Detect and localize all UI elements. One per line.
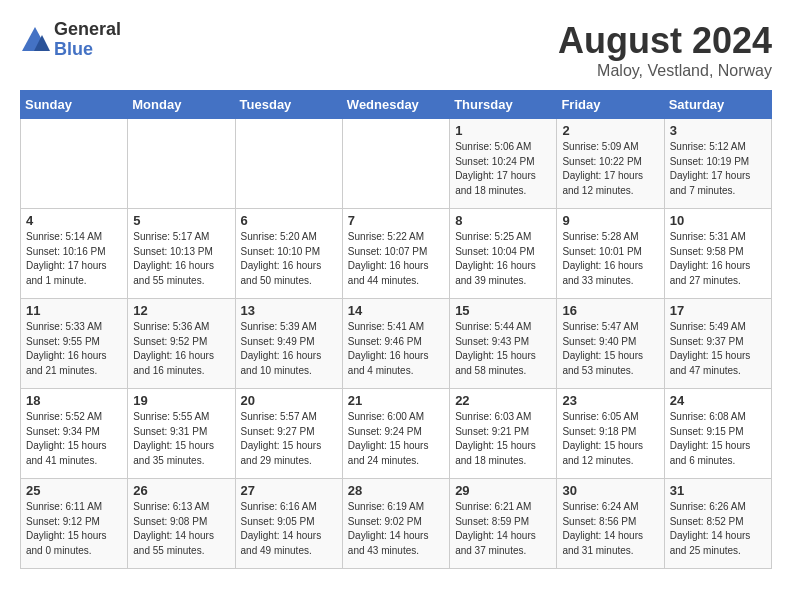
calendar-cell: 14Sunrise: 5:41 AM Sunset: 9:46 PM Dayli…	[342, 299, 449, 389]
calendar-cell: 2Sunrise: 5:09 AM Sunset: 10:22 PM Dayli…	[557, 119, 664, 209]
calendar-cell: 8Sunrise: 5:25 AM Sunset: 10:04 PM Dayli…	[450, 209, 557, 299]
day-number: 9	[562, 213, 658, 228]
logo-blue-text: Blue	[54, 40, 121, 60]
calendar-cell: 27Sunrise: 6:16 AM Sunset: 9:05 PM Dayli…	[235, 479, 342, 569]
day-detail: Sunrise: 6:05 AM Sunset: 9:18 PM Dayligh…	[562, 410, 658, 468]
calendar-cell	[235, 119, 342, 209]
calendar-cell: 3Sunrise: 5:12 AM Sunset: 10:19 PM Dayli…	[664, 119, 771, 209]
calendar-cell: 22Sunrise: 6:03 AM Sunset: 9:21 PM Dayli…	[450, 389, 557, 479]
day-detail: Sunrise: 6:13 AM Sunset: 9:08 PM Dayligh…	[133, 500, 229, 558]
calendar-cell: 7Sunrise: 5:22 AM Sunset: 10:07 PM Dayli…	[342, 209, 449, 299]
day-detail: Sunrise: 5:47 AM Sunset: 9:40 PM Dayligh…	[562, 320, 658, 378]
day-detail: Sunrise: 5:22 AM Sunset: 10:07 PM Daylig…	[348, 230, 444, 288]
day-detail: Sunrise: 5:12 AM Sunset: 10:19 PM Daylig…	[670, 140, 766, 198]
day-number: 5	[133, 213, 229, 228]
month-title: August 2024	[558, 20, 772, 62]
day-detail: Sunrise: 5:33 AM Sunset: 9:55 PM Dayligh…	[26, 320, 122, 378]
calendar-cell: 16Sunrise: 5:47 AM Sunset: 9:40 PM Dayli…	[557, 299, 664, 389]
day-number: 30	[562, 483, 658, 498]
calendar-cell: 19Sunrise: 5:55 AM Sunset: 9:31 PM Dayli…	[128, 389, 235, 479]
day-number: 11	[26, 303, 122, 318]
calendar-cell: 20Sunrise: 5:57 AM Sunset: 9:27 PM Dayli…	[235, 389, 342, 479]
day-detail: Sunrise: 6:19 AM Sunset: 9:02 PM Dayligh…	[348, 500, 444, 558]
day-detail: Sunrise: 6:26 AM Sunset: 8:52 PM Dayligh…	[670, 500, 766, 558]
day-detail: Sunrise: 5:52 AM Sunset: 9:34 PM Dayligh…	[26, 410, 122, 468]
calendar-cell: 11Sunrise: 5:33 AM Sunset: 9:55 PM Dayli…	[21, 299, 128, 389]
day-detail: Sunrise: 5:41 AM Sunset: 9:46 PM Dayligh…	[348, 320, 444, 378]
week-row-3: 11Sunrise: 5:33 AM Sunset: 9:55 PM Dayli…	[21, 299, 772, 389]
day-detail: Sunrise: 5:44 AM Sunset: 9:43 PM Dayligh…	[455, 320, 551, 378]
day-number: 2	[562, 123, 658, 138]
day-detail: Sunrise: 5:28 AM Sunset: 10:01 PM Daylig…	[562, 230, 658, 288]
weekday-header-wednesday: Wednesday	[342, 91, 449, 119]
day-number: 28	[348, 483, 444, 498]
day-number: 23	[562, 393, 658, 408]
day-number: 7	[348, 213, 444, 228]
day-number: 17	[670, 303, 766, 318]
day-detail: Sunrise: 6:21 AM Sunset: 8:59 PM Dayligh…	[455, 500, 551, 558]
calendar-cell: 24Sunrise: 6:08 AM Sunset: 9:15 PM Dayli…	[664, 389, 771, 479]
day-detail: Sunrise: 5:49 AM Sunset: 9:37 PM Dayligh…	[670, 320, 766, 378]
weekday-header-thursday: Thursday	[450, 91, 557, 119]
calendar-cell: 12Sunrise: 5:36 AM Sunset: 9:52 PM Dayli…	[128, 299, 235, 389]
day-detail: Sunrise: 5:20 AM Sunset: 10:10 PM Daylig…	[241, 230, 337, 288]
calendar-cell: 5Sunrise: 5:17 AM Sunset: 10:13 PM Dayli…	[128, 209, 235, 299]
week-row-2: 4Sunrise: 5:14 AM Sunset: 10:16 PM Dayli…	[21, 209, 772, 299]
calendar-cell: 23Sunrise: 6:05 AM Sunset: 9:18 PM Dayli…	[557, 389, 664, 479]
location-title: Maloy, Vestland, Norway	[558, 62, 772, 80]
day-detail: Sunrise: 5:17 AM Sunset: 10:13 PM Daylig…	[133, 230, 229, 288]
weekday-header-sunday: Sunday	[21, 91, 128, 119]
day-detail: Sunrise: 5:57 AM Sunset: 9:27 PM Dayligh…	[241, 410, 337, 468]
calendar-cell	[128, 119, 235, 209]
day-detail: Sunrise: 6:16 AM Sunset: 9:05 PM Dayligh…	[241, 500, 337, 558]
weekday-header-saturday: Saturday	[664, 91, 771, 119]
day-number: 3	[670, 123, 766, 138]
day-detail: Sunrise: 6:00 AM Sunset: 9:24 PM Dayligh…	[348, 410, 444, 468]
calendar-cell: 13Sunrise: 5:39 AM Sunset: 9:49 PM Dayli…	[235, 299, 342, 389]
calendar-cell: 9Sunrise: 5:28 AM Sunset: 10:01 PM Dayli…	[557, 209, 664, 299]
weekday-header-friday: Friday	[557, 91, 664, 119]
title-area: August 2024 Maloy, Vestland, Norway	[558, 20, 772, 80]
weekday-header-tuesday: Tuesday	[235, 91, 342, 119]
calendar-cell	[342, 119, 449, 209]
calendar-cell: 28Sunrise: 6:19 AM Sunset: 9:02 PM Dayli…	[342, 479, 449, 569]
day-detail: Sunrise: 6:03 AM Sunset: 9:21 PM Dayligh…	[455, 410, 551, 468]
day-number: 10	[670, 213, 766, 228]
calendar-table: SundayMondayTuesdayWednesdayThursdayFrid…	[20, 90, 772, 569]
calendar-cell: 18Sunrise: 5:52 AM Sunset: 9:34 PM Dayli…	[21, 389, 128, 479]
header: General Blue August 2024 Maloy, Vestland…	[20, 20, 772, 80]
day-detail: Sunrise: 5:06 AM Sunset: 10:24 PM Daylig…	[455, 140, 551, 198]
day-detail: Sunrise: 5:25 AM Sunset: 10:04 PM Daylig…	[455, 230, 551, 288]
calendar-cell: 17Sunrise: 5:49 AM Sunset: 9:37 PM Dayli…	[664, 299, 771, 389]
calendar-cell: 10Sunrise: 5:31 AM Sunset: 9:58 PM Dayli…	[664, 209, 771, 299]
calendar-cell: 15Sunrise: 5:44 AM Sunset: 9:43 PM Dayli…	[450, 299, 557, 389]
day-number: 12	[133, 303, 229, 318]
calendar-cell	[21, 119, 128, 209]
day-number: 18	[26, 393, 122, 408]
day-detail: Sunrise: 6:24 AM Sunset: 8:56 PM Dayligh…	[562, 500, 658, 558]
calendar-cell: 1Sunrise: 5:06 AM Sunset: 10:24 PM Dayli…	[450, 119, 557, 209]
day-number: 15	[455, 303, 551, 318]
day-number: 6	[241, 213, 337, 228]
day-number: 22	[455, 393, 551, 408]
day-detail: Sunrise: 5:55 AM Sunset: 9:31 PM Dayligh…	[133, 410, 229, 468]
day-detail: Sunrise: 5:36 AM Sunset: 9:52 PM Dayligh…	[133, 320, 229, 378]
day-number: 31	[670, 483, 766, 498]
weekday-header-row: SundayMondayTuesdayWednesdayThursdayFrid…	[21, 91, 772, 119]
logo-text: General Blue	[54, 20, 121, 60]
day-number: 16	[562, 303, 658, 318]
week-row-5: 25Sunrise: 6:11 AM Sunset: 9:12 PM Dayli…	[21, 479, 772, 569]
calendar-cell: 25Sunrise: 6:11 AM Sunset: 9:12 PM Dayli…	[21, 479, 128, 569]
day-number: 21	[348, 393, 444, 408]
day-number: 20	[241, 393, 337, 408]
calendar-cell: 4Sunrise: 5:14 AM Sunset: 10:16 PM Dayli…	[21, 209, 128, 299]
day-detail: Sunrise: 5:39 AM Sunset: 9:49 PM Dayligh…	[241, 320, 337, 378]
weekday-header-monday: Monday	[128, 91, 235, 119]
day-number: 14	[348, 303, 444, 318]
calendar-cell: 26Sunrise: 6:13 AM Sunset: 9:08 PM Dayli…	[128, 479, 235, 569]
calendar-cell: 29Sunrise: 6:21 AM Sunset: 8:59 PM Dayli…	[450, 479, 557, 569]
day-number: 8	[455, 213, 551, 228]
day-detail: Sunrise: 5:14 AM Sunset: 10:16 PM Daylig…	[26, 230, 122, 288]
day-detail: Sunrise: 6:11 AM Sunset: 9:12 PM Dayligh…	[26, 500, 122, 558]
day-number: 27	[241, 483, 337, 498]
